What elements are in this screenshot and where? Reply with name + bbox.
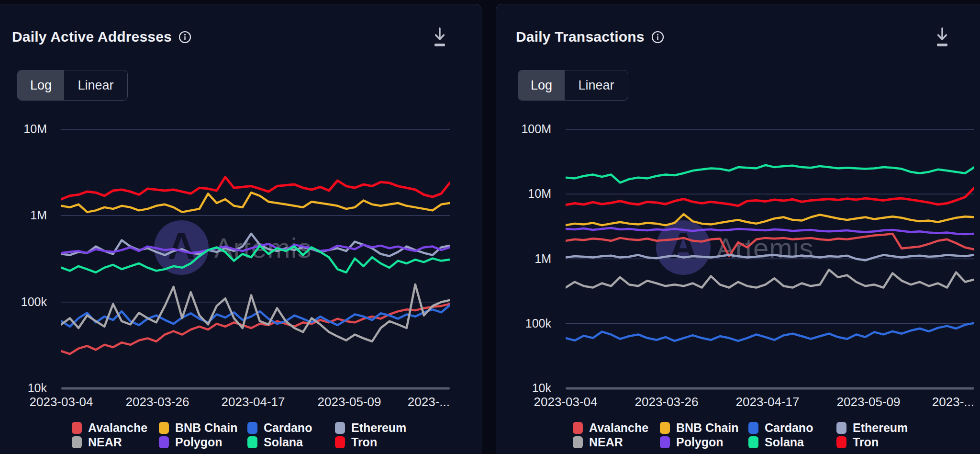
legend-label: Cardano: [765, 421, 813, 434]
y-axis-label: 10k: [499, 381, 551, 395]
legend-swatch: [836, 422, 846, 434]
x-axis-label: 2023-03-26: [619, 395, 714, 409]
crypto-metrics-dashboard: A Artemis A Artemis Daily Active Address…: [0, 0, 980, 454]
legend-item-near[interactable]: NEAR: [573, 436, 623, 449]
legend-swatch: [748, 436, 758, 448]
legend-swatch: [573, 436, 583, 448]
legend-label: Solana: [765, 436, 804, 449]
y-axis-label: 100k: [499, 317, 551, 330]
y-axis-label: 1M: [499, 252, 551, 266]
x-axis-label: 2023-...: [879, 395, 974, 409]
legend-item-bnb-chain[interactable]: BNB Chain: [660, 421, 739, 434]
legend-swatch: [660, 436, 670, 448]
legend-swatch: [748, 422, 758, 434]
x-axis-label: 2023-04-17: [720, 395, 815, 409]
legend-label: Polygon: [676, 436, 724, 449]
y-axis-label: 10M: [499, 187, 551, 201]
legend-swatch: [573, 422, 583, 434]
legend-label: BNB Chain: [676, 421, 739, 434]
legend-item-ethereum[interactable]: Ethereum: [836, 421, 908, 434]
y-axis-label: 100M: [499, 122, 551, 136]
legend-label: Ethereum: [853, 421, 908, 434]
legend-item-avalanche[interactable]: Avalanche: [573, 421, 648, 434]
x-axis-label: 2023-03-04: [518, 395, 613, 409]
legend-item-polygon[interactable]: Polygon: [660, 436, 724, 449]
legend-label: Avalanche: [589, 421, 648, 434]
legend-swatch: [836, 436, 846, 448]
legend-label: NEAR: [589, 436, 623, 449]
legend-item-cardano[interactable]: Cardano: [748, 421, 813, 434]
legend-label: Tron: [853, 436, 879, 449]
legend-swatch: [660, 422, 670, 434]
legend-item-solana[interactable]: Solana: [748, 436, 804, 449]
legend-item-tron[interactable]: Tron: [836, 436, 879, 449]
transactions-axes-legend: 100M10M1M100k10k2023-03-042023-03-262023…: [0, 0, 980, 454]
